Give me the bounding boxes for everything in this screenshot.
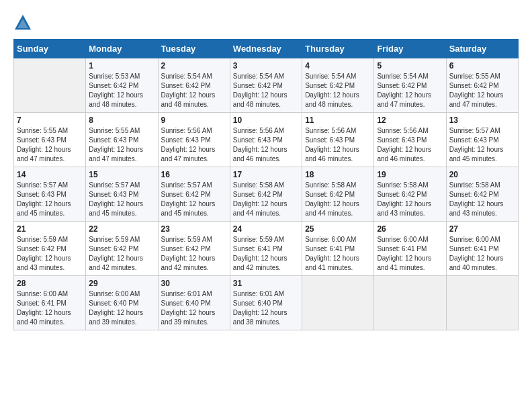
calendar-cell: 25Sunrise: 6:00 AM Sunset: 6:41 PM Dayli… bbox=[302, 222, 374, 276]
calendar-cell: 11Sunrise: 5:56 AM Sunset: 6:43 PM Dayli… bbox=[302, 113, 374, 167]
cell-info: Sunrise: 5:58 AM Sunset: 6:42 PM Dayligh… bbox=[449, 181, 515, 218]
day-number: 20 bbox=[449, 170, 515, 179]
cell-info: Sunrise: 5:56 AM Sunset: 6:43 PM Dayligh… bbox=[161, 126, 227, 164]
cell-info: Sunrise: 6:00 AM Sunset: 6:41 PM Dayligh… bbox=[377, 235, 443, 273]
day-number: 7 bbox=[17, 116, 83, 125]
calendar-cell: 23Sunrise: 5:59 AM Sunset: 6:42 PM Dayli… bbox=[158, 222, 230, 276]
day-number: 26 bbox=[377, 224, 443, 234]
calendar-cell: 29Sunrise: 6:00 AM Sunset: 6:40 PM Dayli… bbox=[86, 276, 158, 330]
day-number: 31 bbox=[233, 279, 299, 288]
calendar-cell: 24Sunrise: 5:59 AM Sunset: 6:41 PM Dayli… bbox=[230, 222, 302, 276]
day-number: 21 bbox=[17, 224, 83, 234]
day-header-friday: Friday bbox=[374, 40, 446, 58]
cell-info: Sunrise: 5:54 AM Sunset: 6:42 PM Dayligh… bbox=[305, 72, 371, 109]
day-number: 27 bbox=[449, 224, 515, 234]
calendar-cell: 31Sunrise: 6:01 AM Sunset: 6:40 PM Dayli… bbox=[230, 276, 302, 330]
day-number: 16 bbox=[161, 170, 227, 179]
calendar-cell: 13Sunrise: 5:57 AM Sunset: 6:43 PM Dayli… bbox=[446, 113, 518, 167]
cell-info: Sunrise: 5:59 AM Sunset: 6:42 PM Dayligh… bbox=[89, 235, 154, 273]
page-header bbox=[13, 13, 519, 32]
cell-info: Sunrise: 5:59 AM Sunset: 6:41 PM Dayligh… bbox=[233, 235, 299, 273]
day-header-monday: Monday bbox=[86, 40, 158, 58]
calendar-cell: 27Sunrise: 6:00 AM Sunset: 6:41 PM Dayli… bbox=[446, 222, 518, 276]
calendar-cell: 15Sunrise: 5:57 AM Sunset: 6:43 PM Dayli… bbox=[86, 167, 158, 222]
day-header-thursday: Thursday bbox=[302, 40, 374, 58]
calendar-cell bbox=[446, 276, 518, 330]
calendar-cell: 28Sunrise: 6:00 AM Sunset: 6:41 PM Dayli… bbox=[14, 276, 86, 330]
day-number: 29 bbox=[89, 279, 154, 288]
calendar-cell bbox=[302, 276, 374, 330]
calendar-table: SundayMondayTuesdayWednesdayThursdayFrid… bbox=[13, 39, 519, 330]
calendar-cell: 20Sunrise: 5:58 AM Sunset: 6:42 PM Dayli… bbox=[446, 167, 518, 222]
day-header-sunday: Sunday bbox=[14, 40, 86, 58]
calendar-cell: 5Sunrise: 5:54 AM Sunset: 6:42 PM Daylig… bbox=[374, 58, 446, 113]
calendar-cell: 3Sunrise: 5:54 AM Sunset: 6:42 PM Daylig… bbox=[230, 58, 302, 113]
calendar-cell bbox=[374, 276, 446, 330]
calendar-cell: 7Sunrise: 5:55 AM Sunset: 6:43 PM Daylig… bbox=[14, 113, 86, 167]
day-number: 9 bbox=[161, 116, 227, 125]
cell-info: Sunrise: 5:53 AM Sunset: 6:42 PM Dayligh… bbox=[89, 72, 154, 109]
cell-info: Sunrise: 5:58 AM Sunset: 6:42 PM Dayligh… bbox=[377, 181, 443, 218]
day-number: 13 bbox=[449, 116, 515, 125]
day-number: 2 bbox=[161, 61, 227, 71]
cell-info: Sunrise: 5:57 AM Sunset: 6:43 PM Dayligh… bbox=[17, 181, 83, 218]
day-number: 14 bbox=[17, 170, 83, 179]
day-number: 5 bbox=[377, 61, 443, 71]
day-number: 3 bbox=[233, 61, 299, 71]
cell-info: Sunrise: 5:59 AM Sunset: 6:42 PM Dayligh… bbox=[17, 235, 83, 273]
day-number: 23 bbox=[161, 224, 227, 234]
day-number: 19 bbox=[377, 170, 443, 179]
cell-info: Sunrise: 6:01 AM Sunset: 6:40 PM Dayligh… bbox=[161, 289, 227, 327]
cell-info: Sunrise: 5:57 AM Sunset: 6:43 PM Dayligh… bbox=[449, 126, 515, 164]
day-number: 30 bbox=[161, 279, 227, 288]
day-number: 24 bbox=[233, 224, 299, 234]
day-number: 17 bbox=[233, 170, 299, 179]
calendar-cell: 21Sunrise: 5:59 AM Sunset: 6:42 PM Dayli… bbox=[14, 222, 86, 276]
calendar-cell: 4Sunrise: 5:54 AM Sunset: 6:42 PM Daylig… bbox=[302, 58, 374, 113]
calendar-cell: 19Sunrise: 5:58 AM Sunset: 6:42 PM Dayli… bbox=[374, 167, 446, 222]
cell-info: Sunrise: 5:58 AM Sunset: 6:42 PM Dayligh… bbox=[305, 181, 371, 218]
logo bbox=[13, 13, 35, 32]
calendar-cell bbox=[14, 58, 86, 113]
cell-info: Sunrise: 5:56 AM Sunset: 6:43 PM Dayligh… bbox=[305, 126, 371, 164]
cell-info: Sunrise: 6:00 AM Sunset: 6:41 PM Dayligh… bbox=[17, 289, 83, 327]
cell-info: Sunrise: 5:56 AM Sunset: 6:43 PM Dayligh… bbox=[377, 126, 443, 164]
day-number: 4 bbox=[305, 61, 371, 71]
day-number: 1 bbox=[89, 61, 154, 71]
calendar-cell: 12Sunrise: 5:56 AM Sunset: 6:43 PM Dayli… bbox=[374, 113, 446, 167]
cell-info: Sunrise: 5:54 AM Sunset: 6:42 PM Dayligh… bbox=[233, 72, 299, 109]
cell-info: Sunrise: 5:55 AM Sunset: 6:43 PM Dayligh… bbox=[17, 126, 83, 164]
calendar-cell: 26Sunrise: 6:00 AM Sunset: 6:41 PM Dayli… bbox=[374, 222, 446, 276]
calendar-cell: 10Sunrise: 5:56 AM Sunset: 6:43 PM Dayli… bbox=[230, 113, 302, 167]
calendar-cell: 6Sunrise: 5:55 AM Sunset: 6:42 PM Daylig… bbox=[446, 58, 518, 113]
day-number: 11 bbox=[305, 116, 371, 125]
day-number: 6 bbox=[449, 61, 515, 71]
cell-info: Sunrise: 5:55 AM Sunset: 6:42 PM Dayligh… bbox=[449, 72, 515, 109]
cell-info: Sunrise: 6:01 AM Sunset: 6:40 PM Dayligh… bbox=[233, 289, 299, 327]
day-header-tuesday: Tuesday bbox=[158, 40, 230, 58]
calendar-cell: 14Sunrise: 5:57 AM Sunset: 6:43 PM Dayli… bbox=[14, 167, 86, 222]
day-number: 8 bbox=[89, 116, 154, 125]
cell-info: Sunrise: 5:58 AM Sunset: 6:42 PM Dayligh… bbox=[233, 181, 299, 218]
day-number: 28 bbox=[17, 279, 83, 288]
cell-info: Sunrise: 5:57 AM Sunset: 6:43 PM Dayligh… bbox=[89, 181, 154, 218]
calendar-cell: 16Sunrise: 5:57 AM Sunset: 6:42 PM Dayli… bbox=[158, 167, 230, 222]
calendar-cell: 1Sunrise: 5:53 AM Sunset: 6:42 PM Daylig… bbox=[86, 58, 158, 113]
day-number: 12 bbox=[377, 116, 443, 125]
calendar-cell: 30Sunrise: 6:01 AM Sunset: 6:40 PM Dayli… bbox=[158, 276, 230, 330]
day-number: 18 bbox=[305, 170, 371, 179]
day-number: 15 bbox=[89, 170, 154, 179]
calendar-cell: 18Sunrise: 5:58 AM Sunset: 6:42 PM Dayli… bbox=[302, 167, 374, 222]
day-number: 25 bbox=[305, 224, 371, 234]
day-header-wednesday: Wednesday bbox=[230, 40, 302, 58]
cell-info: Sunrise: 5:57 AM Sunset: 6:42 PM Dayligh… bbox=[161, 181, 227, 218]
calendar-cell: 9Sunrise: 5:56 AM Sunset: 6:43 PM Daylig… bbox=[158, 113, 230, 167]
logo-icon bbox=[13, 13, 32, 32]
cell-info: Sunrise: 5:54 AM Sunset: 6:42 PM Dayligh… bbox=[161, 72, 227, 109]
cell-info: Sunrise: 5:59 AM Sunset: 6:42 PM Dayligh… bbox=[161, 235, 227, 273]
calendar-cell: 2Sunrise: 5:54 AM Sunset: 6:42 PM Daylig… bbox=[158, 58, 230, 113]
day-header-saturday: Saturday bbox=[446, 40, 518, 58]
cell-info: Sunrise: 6:00 AM Sunset: 6:41 PM Dayligh… bbox=[305, 235, 371, 273]
day-number: 22 bbox=[89, 224, 154, 234]
cell-info: Sunrise: 5:54 AM Sunset: 6:42 PM Dayligh… bbox=[377, 72, 443, 109]
